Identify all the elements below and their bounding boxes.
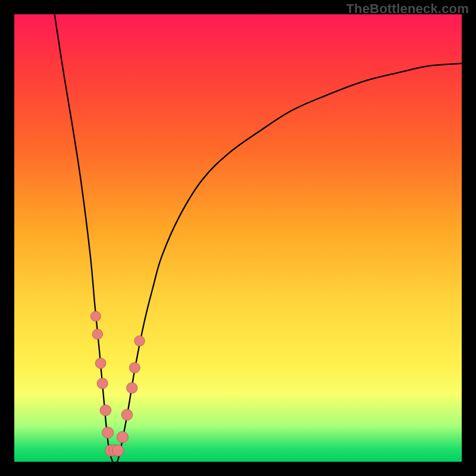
plot-area (14, 14, 462, 462)
data-marker (90, 311, 101, 321)
data-marker (97, 378, 108, 389)
data-marker (134, 336, 145, 346)
data-marker (92, 329, 102, 339)
marker-group (90, 311, 145, 456)
data-marker (121, 409, 133, 421)
data-marker (100, 405, 111, 416)
bottleneck-curve (55, 14, 462, 464)
data-marker (112, 445, 124, 456)
chart-svg (14, 14, 462, 462)
data-marker (95, 358, 106, 369)
data-marker (117, 431, 128, 443)
watermark-text: TheBottleneck.com (346, 1, 469, 17)
outer-frame: TheBottleneck.com (0, 0, 476, 476)
data-marker (127, 383, 137, 393)
data-marker (102, 427, 114, 439)
data-marker (129, 362, 140, 373)
